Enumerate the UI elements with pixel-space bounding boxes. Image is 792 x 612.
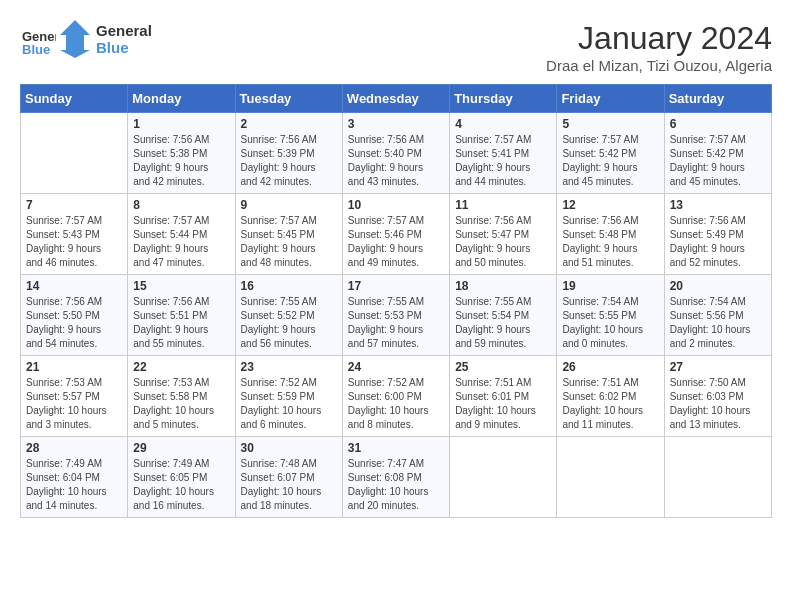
day-number: 25: [455, 360, 551, 374]
calendar-cell: 23Sunrise: 7:52 AM Sunset: 5:59 PM Dayli…: [235, 356, 342, 437]
day-number: 1: [133, 117, 229, 131]
day-info: Sunrise: 7:54 AM Sunset: 5:56 PM Dayligh…: [670, 295, 766, 351]
day-info: Sunrise: 7:54 AM Sunset: 5:55 PM Dayligh…: [562, 295, 658, 351]
day-number: 13: [670, 198, 766, 212]
day-number: 28: [26, 441, 122, 455]
calendar-cell: [450, 437, 557, 518]
day-number: 17: [348, 279, 444, 293]
page-header: General Blue General Blue January 2024 D…: [20, 20, 772, 74]
month-title: January 2024: [546, 20, 772, 57]
svg-text:Blue: Blue: [22, 42, 50, 57]
calendar-cell: 19Sunrise: 7:54 AM Sunset: 5:55 PM Dayli…: [557, 275, 664, 356]
column-header-sunday: Sunday: [21, 85, 128, 113]
calendar-cell: 14Sunrise: 7:56 AM Sunset: 5:50 PM Dayli…: [21, 275, 128, 356]
column-header-saturday: Saturday: [664, 85, 771, 113]
day-info: Sunrise: 7:56 AM Sunset: 5:40 PM Dayligh…: [348, 133, 444, 189]
column-header-wednesday: Wednesday: [342, 85, 449, 113]
calendar-cell: 13Sunrise: 7:56 AM Sunset: 5:49 PM Dayli…: [664, 194, 771, 275]
day-info: Sunrise: 7:56 AM Sunset: 5:51 PM Dayligh…: [133, 295, 229, 351]
calendar-cell: 28Sunrise: 7:49 AM Sunset: 6:04 PM Dayli…: [21, 437, 128, 518]
day-number: 10: [348, 198, 444, 212]
day-info: Sunrise: 7:57 AM Sunset: 5:41 PM Dayligh…: [455, 133, 551, 189]
location-subtitle: Draa el Mizan, Tizi Ouzou, Algeria: [546, 57, 772, 74]
day-number: 11: [455, 198, 551, 212]
day-info: Sunrise: 7:55 AM Sunset: 5:52 PM Dayligh…: [241, 295, 337, 351]
day-number: 21: [26, 360, 122, 374]
day-number: 29: [133, 441, 229, 455]
calendar-cell: 1Sunrise: 7:56 AM Sunset: 5:38 PM Daylig…: [128, 113, 235, 194]
day-number: 30: [241, 441, 337, 455]
calendar-cell: 18Sunrise: 7:55 AM Sunset: 5:54 PM Dayli…: [450, 275, 557, 356]
calendar-week-4: 21Sunrise: 7:53 AM Sunset: 5:57 PM Dayli…: [21, 356, 772, 437]
day-info: Sunrise: 7:57 AM Sunset: 5:44 PM Dayligh…: [133, 214, 229, 270]
day-info: Sunrise: 7:56 AM Sunset: 5:48 PM Dayligh…: [562, 214, 658, 270]
day-number: 7: [26, 198, 122, 212]
day-info: Sunrise: 7:56 AM Sunset: 5:50 PM Dayligh…: [26, 295, 122, 351]
day-info: Sunrise: 7:53 AM Sunset: 5:58 PM Dayligh…: [133, 376, 229, 432]
calendar-cell: 26Sunrise: 7:51 AM Sunset: 6:02 PM Dayli…: [557, 356, 664, 437]
calendar-cell: 15Sunrise: 7:56 AM Sunset: 5:51 PM Dayli…: [128, 275, 235, 356]
day-number: 23: [241, 360, 337, 374]
column-header-monday: Monday: [128, 85, 235, 113]
calendar-table: SundayMondayTuesdayWednesdayThursdayFrid…: [20, 84, 772, 518]
day-info: Sunrise: 7:57 AM Sunset: 5:42 PM Dayligh…: [670, 133, 766, 189]
day-info: Sunrise: 7:57 AM Sunset: 5:42 PM Dayligh…: [562, 133, 658, 189]
day-info: Sunrise: 7:47 AM Sunset: 6:08 PM Dayligh…: [348, 457, 444, 513]
calendar-cell: 24Sunrise: 7:52 AM Sunset: 6:00 PM Dayli…: [342, 356, 449, 437]
day-info: Sunrise: 7:53 AM Sunset: 5:57 PM Dayligh…: [26, 376, 122, 432]
day-number: 16: [241, 279, 337, 293]
logo-text-line1: General: [96, 22, 152, 39]
day-info: Sunrise: 7:48 AM Sunset: 6:07 PM Dayligh…: [241, 457, 337, 513]
day-number: 24: [348, 360, 444, 374]
calendar-cell: 5Sunrise: 7:57 AM Sunset: 5:42 PM Daylig…: [557, 113, 664, 194]
calendar-cell: 16Sunrise: 7:55 AM Sunset: 5:52 PM Dayli…: [235, 275, 342, 356]
day-info: Sunrise: 7:52 AM Sunset: 5:59 PM Dayligh…: [241, 376, 337, 432]
calendar-cell: 2Sunrise: 7:56 AM Sunset: 5:39 PM Daylig…: [235, 113, 342, 194]
day-info: Sunrise: 7:56 AM Sunset: 5:38 PM Dayligh…: [133, 133, 229, 189]
day-info: Sunrise: 7:56 AM Sunset: 5:49 PM Dayligh…: [670, 214, 766, 270]
day-info: Sunrise: 7:57 AM Sunset: 5:43 PM Dayligh…: [26, 214, 122, 270]
calendar-cell: 12Sunrise: 7:56 AM Sunset: 5:48 PM Dayli…: [557, 194, 664, 275]
day-info: Sunrise: 7:51 AM Sunset: 6:01 PM Dayligh…: [455, 376, 551, 432]
svg-marker-3: [60, 20, 90, 58]
day-number: 20: [670, 279, 766, 293]
logo-icon: General Blue: [20, 21, 56, 57]
calendar-cell: [21, 113, 128, 194]
day-number: 9: [241, 198, 337, 212]
day-number: 19: [562, 279, 658, 293]
day-number: 18: [455, 279, 551, 293]
day-info: Sunrise: 7:49 AM Sunset: 6:04 PM Dayligh…: [26, 457, 122, 513]
calendar-cell: 6Sunrise: 7:57 AM Sunset: 5:42 PM Daylig…: [664, 113, 771, 194]
calendar-cell: 21Sunrise: 7:53 AM Sunset: 5:57 PM Dayli…: [21, 356, 128, 437]
calendar-cell: 10Sunrise: 7:57 AM Sunset: 5:46 PM Dayli…: [342, 194, 449, 275]
calendar-week-3: 14Sunrise: 7:56 AM Sunset: 5:50 PM Dayli…: [21, 275, 772, 356]
day-number: 22: [133, 360, 229, 374]
logo-text-line2: Blue: [96, 39, 152, 56]
calendar-body: 1Sunrise: 7:56 AM Sunset: 5:38 PM Daylig…: [21, 113, 772, 518]
calendar-cell: 25Sunrise: 7:51 AM Sunset: 6:01 PM Dayli…: [450, 356, 557, 437]
calendar-cell: 9Sunrise: 7:57 AM Sunset: 5:45 PM Daylig…: [235, 194, 342, 275]
day-info: Sunrise: 7:51 AM Sunset: 6:02 PM Dayligh…: [562, 376, 658, 432]
day-info: Sunrise: 7:55 AM Sunset: 5:54 PM Dayligh…: [455, 295, 551, 351]
calendar-header: SundayMondayTuesdayWednesdayThursdayFrid…: [21, 85, 772, 113]
day-info: Sunrise: 7:56 AM Sunset: 5:39 PM Dayligh…: [241, 133, 337, 189]
calendar-cell: 22Sunrise: 7:53 AM Sunset: 5:58 PM Dayli…: [128, 356, 235, 437]
logo: General Blue General Blue: [20, 20, 152, 58]
calendar-cell: 4Sunrise: 7:57 AM Sunset: 5:41 PM Daylig…: [450, 113, 557, 194]
day-number: 14: [26, 279, 122, 293]
day-number: 27: [670, 360, 766, 374]
calendar-cell: [557, 437, 664, 518]
calendar-cell: 11Sunrise: 7:56 AM Sunset: 5:47 PM Dayli…: [450, 194, 557, 275]
calendar-cell: 7Sunrise: 7:57 AM Sunset: 5:43 PM Daylig…: [21, 194, 128, 275]
day-number: 26: [562, 360, 658, 374]
day-number: 12: [562, 198, 658, 212]
column-header-thursday: Thursday: [450, 85, 557, 113]
calendar-cell: 27Sunrise: 7:50 AM Sunset: 6:03 PM Dayli…: [664, 356, 771, 437]
day-info: Sunrise: 7:50 AM Sunset: 6:03 PM Dayligh…: [670, 376, 766, 432]
calendar-cell: 20Sunrise: 7:54 AM Sunset: 5:56 PM Dayli…: [664, 275, 771, 356]
day-number: 6: [670, 117, 766, 131]
calendar-cell: 8Sunrise: 7:57 AM Sunset: 5:44 PM Daylig…: [128, 194, 235, 275]
title-block: January 2024 Draa el Mizan, Tizi Ouzou, …: [546, 20, 772, 74]
column-header-tuesday: Tuesday: [235, 85, 342, 113]
calendar-cell: 29Sunrise: 7:49 AM Sunset: 6:05 PM Dayli…: [128, 437, 235, 518]
